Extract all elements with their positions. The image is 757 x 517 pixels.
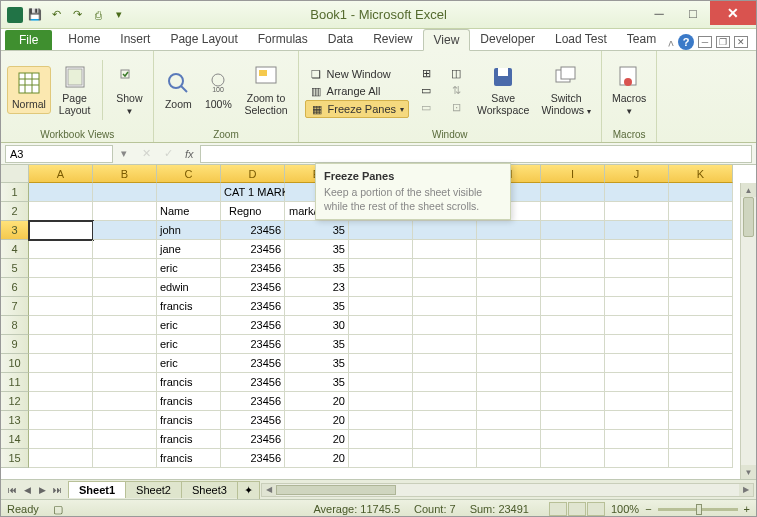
zoom-in-icon[interactable]: +: [744, 503, 750, 515]
cell[interactable]: [349, 297, 413, 316]
cell[interactable]: [605, 278, 669, 297]
arrange-all-button[interactable]: ▥Arrange All: [305, 83, 409, 99]
cell[interactable]: [669, 354, 733, 373]
cell[interactable]: [29, 392, 93, 411]
cell[interactable]: [605, 430, 669, 449]
cell[interactable]: [669, 259, 733, 278]
cell[interactable]: 20: [285, 411, 349, 430]
col-header-I[interactable]: I: [541, 165, 605, 183]
cell[interactable]: [669, 221, 733, 240]
cell[interactable]: [413, 354, 477, 373]
undo-icon[interactable]: ↶: [47, 6, 65, 24]
tab-load-test[interactable]: Load Test: [545, 29, 617, 50]
cell[interactable]: [93, 202, 157, 221]
row-header-15[interactable]: 15: [1, 449, 29, 468]
cell[interactable]: [29, 297, 93, 316]
cancel-formula-icon[interactable]: ✕: [135, 147, 157, 160]
cell[interactable]: 35: [285, 335, 349, 354]
scroll-left-icon[interactable]: ◀: [262, 484, 276, 496]
cell[interactable]: jane: [157, 240, 221, 259]
row-header-8[interactable]: 8: [1, 316, 29, 335]
cell[interactable]: [541, 259, 605, 278]
cell[interactable]: edwin: [157, 278, 221, 297]
cell[interactable]: 23456: [221, 221, 285, 240]
cell[interactable]: [541, 392, 605, 411]
cell[interactable]: eric: [157, 259, 221, 278]
cell[interactable]: [605, 373, 669, 392]
enter-formula-icon[interactable]: ✓: [157, 147, 179, 160]
tab-home[interactable]: Home: [58, 29, 110, 50]
zoom-slider[interactable]: [658, 508, 738, 511]
minimize-button[interactable]: ─: [642, 1, 676, 25]
cell[interactable]: [349, 221, 413, 240]
cell[interactable]: 23456: [221, 411, 285, 430]
macros-dropdown[interactable]: Macros▼: [608, 61, 650, 118]
cell[interactable]: [413, 430, 477, 449]
tab-formulas[interactable]: Formulas: [248, 29, 318, 50]
tab-developer[interactable]: Developer: [470, 29, 545, 50]
tab-page-layout[interactable]: Page Layout: [160, 29, 247, 50]
cell[interactable]: francis: [157, 297, 221, 316]
sheet-tab-sheet2[interactable]: Sheet2: [125, 481, 182, 498]
cell[interactable]: 23456: [221, 259, 285, 278]
view-side-button[interactable]: ◫: [445, 65, 467, 81]
cell[interactable]: [605, 392, 669, 411]
cell[interactable]: [541, 411, 605, 430]
cell[interactable]: [93, 411, 157, 430]
cell[interactable]: [477, 297, 541, 316]
cell[interactable]: CAT 1 MARKS: [221, 183, 285, 202]
cell[interactable]: [477, 373, 541, 392]
print-icon[interactable]: ⎙: [89, 6, 107, 24]
new-window-button[interactable]: ❏New Window: [305, 66, 409, 82]
zoom-out-icon[interactable]: −: [645, 503, 651, 515]
cell[interactable]: [29, 183, 93, 202]
freeze-panes-dropdown[interactable]: ▦Freeze Panes ▾: [305, 100, 409, 118]
cell[interactable]: [413, 278, 477, 297]
row-header-9[interactable]: 9: [1, 335, 29, 354]
sheet-nav-prev-icon[interactable]: ◀: [20, 485, 34, 495]
cell[interactable]: [605, 221, 669, 240]
cell[interactable]: [605, 316, 669, 335]
cell[interactable]: [413, 259, 477, 278]
vertical-scrollbar[interactable]: ▲ ▼: [740, 183, 756, 479]
cell[interactable]: [541, 183, 605, 202]
cell[interactable]: [669, 373, 733, 392]
row-header-1[interactable]: 1: [1, 183, 29, 202]
cell[interactable]: [669, 392, 733, 411]
sheet-tab-sheet1[interactable]: Sheet1: [68, 481, 126, 498]
cell[interactable]: [349, 240, 413, 259]
cell[interactable]: [413, 297, 477, 316]
cell[interactable]: [477, 316, 541, 335]
cell[interactable]: [413, 392, 477, 411]
cell[interactable]: [477, 221, 541, 240]
cell[interactable]: 23456: [221, 316, 285, 335]
tab-insert[interactable]: Insert: [110, 29, 160, 50]
fx-icon[interactable]: fx: [179, 148, 200, 160]
row-header-3[interactable]: 3: [1, 221, 29, 240]
scroll-up-icon[interactable]: ▲: [741, 183, 756, 197]
cell[interactable]: [413, 316, 477, 335]
cell[interactable]: [541, 335, 605, 354]
reset-pos-button[interactable]: ⊡: [445, 99, 467, 115]
cell[interactable]: [93, 259, 157, 278]
cell[interactable]: 23456: [221, 373, 285, 392]
cell[interactable]: 35: [285, 297, 349, 316]
row-header-5[interactable]: 5: [1, 259, 29, 278]
cell[interactable]: [349, 373, 413, 392]
cell[interactable]: [605, 202, 669, 221]
cell[interactable]: [541, 240, 605, 259]
zoom-button[interactable]: Zoom: [160, 67, 196, 113]
cell[interactable]: 20: [285, 430, 349, 449]
cell[interactable]: [477, 411, 541, 430]
cell[interactable]: [605, 411, 669, 430]
page-break-view-btn[interactable]: [587, 502, 605, 516]
cell[interactable]: [669, 316, 733, 335]
horizontal-scrollbar[interactable]: ◀ ▶: [261, 483, 754, 497]
cell[interactable]: [93, 278, 157, 297]
cell[interactable]: [349, 354, 413, 373]
cell[interactable]: [477, 449, 541, 468]
cell[interactable]: [477, 392, 541, 411]
qat-customize-icon[interactable]: ▾: [110, 6, 128, 24]
select-all-corner[interactable]: [1, 165, 29, 183]
sheet-nav-first-icon[interactable]: ⏮: [5, 485, 19, 495]
